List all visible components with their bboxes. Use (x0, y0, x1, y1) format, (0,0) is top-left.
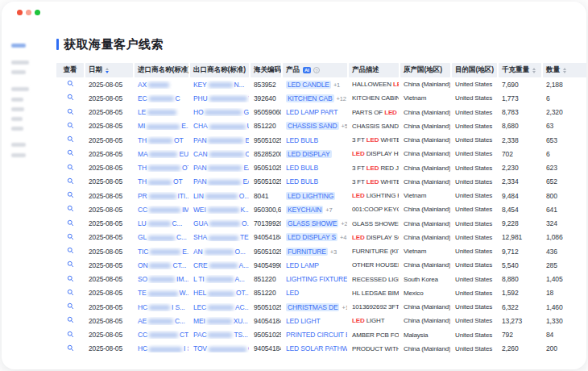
exporter-name[interactable]: SHATE... (190, 233, 249, 241)
exporter-name[interactable]: PACTS... (190, 331, 249, 339)
column-header-9[interactable]: 千克重量 (499, 63, 541, 77)
product-link[interactable]: LED DISPLAY (286, 150, 332, 158)
blurred-nav-item[interactable] (11, 127, 23, 131)
exporter-name[interactable]: PANEA... (190, 136, 249, 144)
exporter-name[interactable]: PHUVIE... (190, 94, 249, 102)
product-extra-count[interactable]: +12 (337, 95, 346, 102)
importer-name[interactable]: MIE... (135, 122, 188, 130)
exporter-name[interactable]: LECAC... (190, 303, 249, 311)
product-link[interactable]: LED LIGHT (286, 317, 321, 325)
view-search-icon[interactable] (67, 302, 74, 311)
importer-name[interactable]: TEW... (135, 289, 188, 297)
blurred-nav-item[interactable] (11, 153, 26, 157)
importer-name[interactable]: ONCT... (135, 261, 188, 269)
product-link[interactable]: PRINTED CIRCUIT B (286, 331, 347, 339)
blurred-nav-item[interactable] (11, 60, 29, 65)
product-link[interactable]: LED BULB (286, 136, 318, 144)
product-link[interactable]: LED LAMP (286, 261, 319, 269)
column-header-3[interactable]: 出口商名称(标准) (190, 63, 249, 77)
product-extra-count[interactable]: +3 (330, 248, 337, 256)
exporter-name[interactable]: PANEA... (190, 177, 249, 186)
sort-icon[interactable] (563, 68, 566, 73)
exporter-name[interactable]: TOVC... (190, 344, 249, 352)
exporter-name[interactable]: HOGI... (190, 108, 249, 116)
importer-name[interactable]: MAEU (135, 150, 188, 158)
product-link[interactable]: LED (286, 289, 299, 297)
product-link[interactable]: LED DISPLAY S (286, 233, 337, 241)
view-search-icon[interactable] (67, 122, 74, 131)
product-extra-count[interactable]: +4 (340, 234, 346, 241)
view-search-icon[interactable] (67, 289, 74, 298)
view-search-icon[interactable] (67, 80, 74, 89)
product-link[interactable]: KITCHEN CAB (286, 94, 334, 102)
product-link[interactable]: GLASS SHOWE (286, 219, 338, 227)
view-search-icon[interactable] (67, 94, 74, 102)
importer-name[interactable]: THOT (135, 177, 188, 186)
exporter-name[interactable]: WEIK... (190, 206, 249, 214)
importer-name[interactable]: THOT (135, 164, 188, 172)
view-search-icon[interactable] (67, 316, 74, 325)
view-search-icon[interactable] (67, 331, 74, 340)
view-search-icon[interactable] (67, 247, 74, 256)
importer-name[interactable]: LE (135, 108, 188, 116)
product-extra-count[interactable]: +1 (342, 304, 347, 311)
blurred-nav-item[interactable] (11, 87, 29, 91)
blurred-nav-item[interactable] (11, 107, 24, 111)
importer-name[interactable]: PRITI... (135, 192, 188, 200)
importer-name[interactable]: ECC (135, 94, 188, 102)
exporter-name[interactable]: L TIA... (190, 275, 249, 283)
view-search-icon[interactable] (67, 164, 74, 173)
view-search-icon[interactable] (67, 191, 74, 200)
exporter-name[interactable]: PANEA... (190, 164, 249, 172)
column-header-2[interactable]: 进口商名称(标准) (135, 63, 188, 77)
importer-name[interactable]: CCCT... (135, 331, 188, 339)
exporter-name[interactable]: CHAU... (190, 122, 249, 130)
exporter-name[interactable]: MEIXU... (190, 317, 249, 325)
product-link[interactable]: LED CANDLE (286, 81, 331, 89)
view-search-icon[interactable] (67, 135, 74, 144)
info-icon[interactable]: ? (313, 67, 320, 73)
exporter-name[interactable]: ANO... (190, 248, 249, 256)
importer-name[interactable]: AEC... (135, 317, 188, 325)
view-search-icon[interactable] (67, 205, 74, 214)
product-extra-count[interactable]: +7 (325, 206, 332, 214)
view-search-icon[interactable] (67, 344, 74, 353)
product-link[interactable]: LED LAMP PART (286, 108, 337, 116)
blurred-nav-item[interactable] (11, 117, 23, 121)
importer-name[interactable]: TICE... (135, 248, 188, 256)
view-search-icon[interactable] (67, 275, 74, 284)
sort-icon[interactable] (106, 68, 109, 73)
importer-name[interactable]: SOIM... (135, 275, 188, 283)
column-header-1[interactable]: 日期 (85, 63, 133, 77)
view-search-icon[interactable] (67, 219, 74, 228)
exporter-name[interactable]: GUAO... (190, 219, 249, 227)
view-search-icon[interactable] (67, 149, 74, 158)
product-link[interactable]: LED LIGHTING (286, 192, 335, 200)
product-extra-count[interactable]: +1 (333, 81, 340, 89)
product-link[interactable]: LED BULB (286, 164, 318, 172)
importer-name[interactable]: CCIM... (135, 206, 188, 214)
exporter-name[interactable]: KEYN... (190, 81, 249, 89)
product-link[interactable]: CHASSIS SAND (286, 122, 339, 130)
importer-name[interactable]: THOT (135, 136, 188, 144)
importer-name[interactable]: AX (135, 81, 188, 89)
view-search-icon[interactable] (67, 261, 74, 269)
product-link[interactable]: LED SOLAR PATHW (286, 344, 347, 352)
importer-name[interactable]: GLC... (135, 233, 188, 241)
exporter-name[interactable]: HELOT... (190, 289, 249, 297)
product-extra-count[interactable]: +5 (342, 123, 348, 130)
importer-name[interactable]: HCI S... (135, 303, 188, 311)
blurred-nav-item[interactable] (11, 98, 23, 102)
exporter-name[interactable]: CANO... (190, 150, 249, 158)
product-link[interactable]: LIGHTING FIXTURE (286, 275, 347, 283)
product-link[interactable]: FURNITURE (286, 248, 328, 256)
importer-name[interactable]: LUC... (135, 219, 188, 227)
exporter-name[interactable]: CREA... (190, 261, 249, 269)
product-link[interactable]: LED BULB (286, 177, 318, 186)
blurred-nav-item[interactable] (11, 70, 26, 74)
view-search-icon[interactable] (67, 233, 74, 242)
blurred-nav-item-active[interactable] (11, 44, 26, 48)
importer-name[interactable]: HCI S... (135, 344, 188, 352)
product-extra-count[interactable]: +2 (341, 220, 347, 227)
view-search-icon[interactable] (67, 177, 74, 186)
